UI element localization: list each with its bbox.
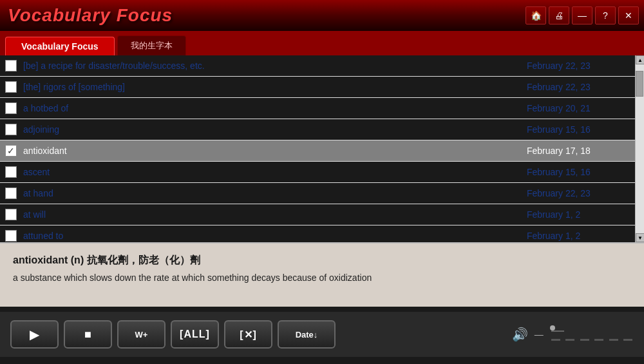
vocab-date: February 1, 2 bbox=[527, 231, 630, 241]
vocab-date: February 15, 16 bbox=[527, 124, 630, 135]
volume-indicator bbox=[550, 325, 634, 343]
print-button[interactable]: 🖨 bbox=[549, 6, 569, 24]
vocab-term: at will bbox=[23, 209, 527, 220]
vol-dot-1 bbox=[550, 325, 555, 330]
volume-icon[interactable]: 🔊 bbox=[512, 327, 528, 342]
date-sort-label: Date↓ bbox=[296, 330, 318, 340]
title-bar: Vocabulary Focus 🏠 🖨 — ? ✕ bbox=[0, 0, 644, 31]
definition-term: antioxidant (n) 抗氧化劑，防老（化）劑 bbox=[13, 254, 631, 267]
all-label: [ALL] bbox=[180, 329, 210, 340]
scroll-down-arrow[interactable]: ▼ bbox=[636, 233, 644, 242]
vocab-term: ascent bbox=[23, 167, 527, 177]
row-checkbox-checked[interactable]: ✓ bbox=[5, 145, 17, 157]
tab-vocabulary-focus[interactable]: Vocabulary Focus bbox=[5, 37, 115, 55]
vol-dash-2 bbox=[565, 339, 574, 341]
stop-icon: ■ bbox=[84, 328, 91, 341]
row-checkbox[interactable] bbox=[5, 166, 17, 178]
add-word-label: W+ bbox=[135, 330, 148, 340]
scroll-up-arrow[interactable]: ▲ bbox=[636, 55, 644, 64]
vol-dash-6 bbox=[623, 339, 632, 341]
play-icon: ▶ bbox=[30, 327, 39, 342]
vocab-term: adjoining bbox=[23, 124, 527, 135]
vocab-list: [be] a recipe for disaster/trouble/succe… bbox=[0, 55, 635, 242]
vocab-term: [be] a recipe for disaster/trouble/succe… bbox=[23, 61, 527, 71]
volume-separator: — bbox=[535, 329, 544, 340]
all-button[interactable]: [ALL] bbox=[171, 320, 219, 349]
volume-area: 🔊 — bbox=[512, 325, 634, 343]
add-word-button[interactable]: W+ bbox=[117, 320, 166, 349]
title-bar-controls: 🏠 🖨 — ? ✕ bbox=[526, 6, 639, 24]
date-sort-button[interactable]: Date↓ bbox=[278, 320, 336, 349]
row-checkbox[interactable] bbox=[5, 209, 17, 220]
controls-bar: ▶ ■ W+ [ALL] [✕] Date↓ 🔊 — bbox=[0, 312, 644, 357]
vol-line bbox=[551, 330, 564, 332]
vocab-term: antioxidant bbox=[23, 146, 527, 156]
table-row[interactable]: at hand February 22, 23 bbox=[0, 183, 635, 204]
row-checkbox[interactable] bbox=[5, 60, 17, 72]
vocab-date: February 20, 21 bbox=[527, 103, 630, 113]
table-row[interactable]: at will February 1, 2 bbox=[0, 204, 635, 225]
stop-button[interactable]: ■ bbox=[64, 320, 112, 349]
play-button[interactable]: ▶ bbox=[10, 320, 59, 349]
close-button[interactable]: ✕ bbox=[618, 6, 639, 24]
row-checkbox[interactable] bbox=[5, 102, 17, 114]
scroll-thumb[interactable] bbox=[636, 71, 643, 97]
vocab-date: February 17, 18 bbox=[527, 146, 630, 156]
content-area: [be] a recipe for disaster/trouble/succe… bbox=[0, 55, 644, 242]
table-row[interactable]: a hotbed of February 20, 21 bbox=[0, 98, 635, 119]
row-checkbox[interactable] bbox=[5, 81, 17, 93]
remove-label: [✕] bbox=[240, 329, 257, 341]
home-button[interactable]: 🏠 bbox=[526, 6, 546, 24]
row-checkbox[interactable] bbox=[5, 187, 17, 199]
table-row-selected[interactable]: ✓ antioxidant February 17, 18 bbox=[0, 140, 635, 162]
vocab-term: attuned to bbox=[23, 231, 527, 241]
table-row[interactable]: attuned to February 1, 2 bbox=[0, 225, 635, 242]
vocab-date: February 22, 23 bbox=[527, 82, 630, 92]
table-row[interactable]: ascent February 15, 16 bbox=[0, 162, 635, 183]
vocab-date: February 1, 2 bbox=[527, 209, 630, 220]
scroll-track[interactable] bbox=[636, 64, 644, 233]
vocab-term: [the] rigors of [something] bbox=[23, 82, 527, 92]
definition-area: antioxidant (n) 抗氧化劑，防老（化）劑 a substance … bbox=[0, 242, 644, 307]
vol-dash-4 bbox=[594, 339, 603, 341]
bottom-separator bbox=[0, 307, 644, 312]
scrollbar[interactable]: ▲ ▼ bbox=[635, 55, 644, 242]
tab-my-words[interactable]: 我的生字本 bbox=[117, 35, 186, 55]
table-row[interactable]: [the] rigors of [something] February 22,… bbox=[0, 77, 635, 98]
help-button[interactable]: ? bbox=[595, 6, 616, 24]
definition-text: a substance which slows down the rate at… bbox=[13, 271, 631, 285]
vol-dash-1 bbox=[551, 339, 560, 341]
remove-button[interactable]: [✕] bbox=[224, 320, 272, 349]
row-checkbox[interactable] bbox=[5, 230, 17, 242]
row-checkbox[interactable] bbox=[5, 124, 17, 135]
vocab-date: February 22, 23 bbox=[527, 61, 630, 71]
vocab-date: February 15, 16 bbox=[527, 167, 630, 177]
table-row[interactable]: adjoining February 15, 16 bbox=[0, 119, 635, 140]
vocab-term: at hand bbox=[23, 188, 527, 198]
vol-dash-3 bbox=[580, 339, 589, 341]
table-row[interactable]: [be] a recipe for disaster/trouble/succe… bbox=[0, 55, 635, 77]
minimize-button[interactable]: — bbox=[572, 6, 592, 24]
vocab-date: February 22, 23 bbox=[527, 188, 630, 198]
vocab-term: a hotbed of bbox=[23, 103, 527, 113]
tab-area: Vocabulary Focus 我的生字本 bbox=[0, 31, 644, 55]
app-title: Vocabulary Focus bbox=[8, 5, 173, 26]
vol-dash-5 bbox=[609, 339, 618, 341]
